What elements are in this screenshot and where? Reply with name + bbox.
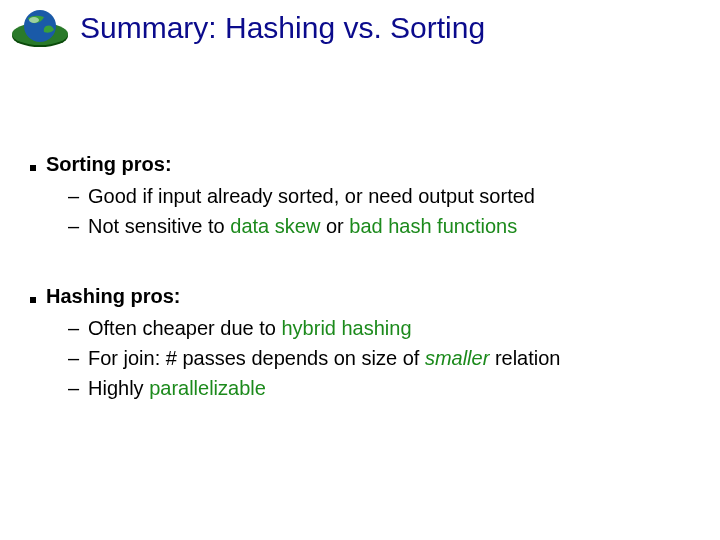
list-item: – Often cheaper due to hybrid hashing (68, 314, 700, 342)
list-item: – Not sensitive to data skew or bad hash… (68, 212, 700, 240)
section-sorting: Sorting pros: – Good if input already so… (30, 150, 700, 240)
list-item: – Good if input already sorted, or need … (68, 182, 700, 210)
bullet-row: Sorting pros: (30, 150, 700, 178)
dash-icon: – (68, 344, 80, 372)
section-heading: Hashing pros: (46, 282, 180, 310)
item-text: Highly parallelizable (88, 374, 266, 402)
highlight-text: bad hash functions (349, 215, 517, 237)
slide-header: Summary: Hashing vs. Sorting (10, 8, 485, 48)
dash-icon: – (68, 182, 80, 210)
svg-point-2 (24, 10, 56, 42)
bullet-row: Hashing pros: (30, 282, 700, 310)
slide-title: Summary: Hashing vs. Sorting (80, 11, 485, 45)
slide-content: Sorting pros: – Good if input already so… (30, 150, 700, 444)
highlight-text: parallelizable (149, 377, 266, 399)
item-text: Not sensitive to data skew or bad hash f… (88, 212, 517, 240)
section-heading: Sorting pros: (46, 150, 172, 178)
highlight-text: hybrid hashing (281, 317, 411, 339)
svg-point-3 (29, 17, 39, 23)
slide: Summary: Hashing vs. Sorting Sorting pro… (0, 0, 720, 540)
highlight-text: smaller (425, 347, 489, 369)
dash-icon: – (68, 374, 80, 402)
item-text: Good if input already sorted, or need ou… (88, 182, 535, 210)
bullet-icon (30, 297, 36, 303)
earth-icon (10, 8, 70, 48)
item-text: Often cheaper due to hybrid hashing (88, 314, 412, 342)
dash-icon: – (68, 314, 80, 342)
item-text: For join: # passes depends on size of sm… (88, 344, 560, 372)
list-item: – For join: # passes depends on size of … (68, 344, 700, 372)
bullet-icon (30, 165, 36, 171)
list-item: – Highly parallelizable (68, 374, 700, 402)
section-hashing: Hashing pros: – Often cheaper due to hyb… (30, 282, 700, 402)
dash-icon: – (68, 212, 80, 240)
highlight-text: data skew (230, 215, 320, 237)
